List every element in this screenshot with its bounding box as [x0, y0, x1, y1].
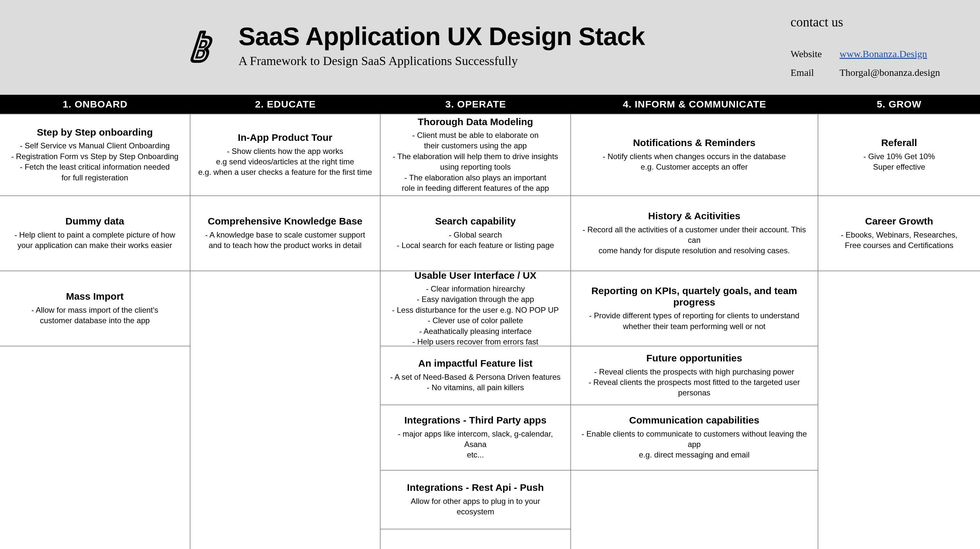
column: Thorough Data Modeling- Client must be a… [380, 115, 571, 549]
contact-email-value: Thorgal@bonanza.design [840, 63, 940, 82]
cell-line: - Allow for mass import of the client's [7, 305, 183, 315]
cell-line: - Easy navigation through the app [388, 294, 563, 305]
column-header: 5. GROW [818, 99, 980, 110]
cell-line: - Reveal clients the prospects most fitt… [578, 377, 810, 398]
header: SaaS Application UX Design Stack A Frame… [0, 0, 980, 95]
column: Referall- Give 10% Get 10%Super effectiv… [818, 115, 980, 549]
cell-title: Thorough Data Modeling [388, 116, 563, 128]
cell-line: - The elaboration will help them to driv… [388, 151, 563, 162]
logo-icon [183, 24, 225, 67]
cell-title: Integrations - Third Party apps [388, 415, 563, 426]
empty-cell [0, 346, 190, 549]
cell-line: Free courses and Certifications [826, 240, 973, 251]
cell-line: e.g send videos/articles at the right ti… [197, 156, 373, 167]
framework-cell: Communication capabilities- Enable clien… [571, 405, 818, 471]
cell-line: using reporting tools [388, 162, 563, 172]
cell-line: and to teach how the product works in de… [197, 240, 373, 251]
cell-line: - Fetch the least critical information n… [7, 162, 183, 172]
cell-title: Dummy data [7, 216, 183, 227]
framework-cell: Integrations - Rest Api - PushAllow for … [380, 471, 570, 529]
cell-line: your application can make their works ea… [7, 240, 183, 251]
cell-line: e.g. Customer accepts an offer [578, 162, 810, 172]
cell-line: their customers using the app [388, 140, 563, 151]
cell-line: - A set of Need-Based & Persona Driven f… [388, 372, 563, 382]
framework-cell: Search capability- Global search- Local … [380, 196, 570, 271]
cell-line: - Clever use of color pallete [388, 315, 563, 326]
framework-cell: An impactful Feature list- A set of Need… [380, 346, 570, 405]
cell-line: - Provide different types of reporting f… [578, 310, 810, 321]
cell-line: - A knowledge base to scale customer sup… [197, 230, 373, 240]
cell-line: - Ebooks, Webinars, Researches, [826, 230, 973, 240]
cell-line: - Clear information hirearchy [388, 284, 563, 294]
framework-cell: Reporting on KPIs, quartely goals, and t… [571, 271, 818, 346]
framework-cell: Step by Step onboarding- Self Service vs… [0, 115, 190, 196]
cell-line: - Enable clients to communicate to custo… [578, 429, 810, 450]
cell-title: Notifications & Reminders [578, 137, 810, 149]
framework-cell: Dummy data- Help client to paint a compl… [0, 196, 190, 271]
cell-line: e.g. when a user checks a feature for th… [197, 167, 373, 177]
framework-grid: Step by Step onboarding- Self Service vs… [0, 114, 980, 549]
framework-cell: Notifications & Reminders- Notify client… [571, 115, 818, 196]
cell-line: - Give 10% Get 10% [826, 151, 973, 162]
framework-cell: Usable User Interface / UX- Clear inform… [380, 271, 570, 346]
cell-line: - Notify clients when changes occurs in … [578, 151, 810, 162]
cell-title: Step by Step onboarding [7, 127, 183, 138]
cell-line: Allow for other apps to plug in to your [388, 496, 563, 506]
framework-cell: History & Acitivities- Record all the ac… [571, 196, 818, 271]
column-header: 4. INFORM & COMMUNICATE [571, 99, 818, 110]
framework-cell: In-App Product Tour- Show clients how th… [191, 115, 380, 196]
framework-cell: Comprehensive Knowledge Base- A knowledg… [191, 196, 380, 271]
cell-line: - The elaboration also plays an importan… [388, 173, 563, 183]
cell-line: - Show clients how the app works [197, 146, 373, 156]
cell-line: etc... [388, 450, 563, 460]
page-title: SaaS Application UX Design Stack [239, 24, 791, 49]
empty-cell [818, 271, 980, 549]
framework-cell: Mass Import- Allow for mass import of th… [0, 271, 190, 346]
cell-title: Integrations - Rest Api - Push [388, 482, 563, 493]
cell-line: whether their team performing well or no… [578, 321, 810, 332]
cell-line: ecosystem [388, 506, 563, 517]
cell-line: e.g. direct messaging and email [578, 450, 810, 460]
framework-cell: Future opportunities- Reveal clients the… [571, 346, 818, 405]
column-headers: 1. ONBOARD2. EDUCATE3. OPERATE4. INFORM … [0, 95, 980, 114]
cell-title: Usable User Interface / UX [388, 270, 563, 282]
cell-title: Reporting on KPIs, quartely goals, and t… [578, 285, 810, 308]
contact-website-link[interactable]: www.Bonanza.Design [840, 45, 927, 63]
framework-cell: Thorough Data Modeling- Client must be a… [380, 115, 570, 196]
cell-line: - major apps like intercom, slack, g-cal… [388, 429, 563, 450]
cell-line: customer database into the app [7, 315, 183, 326]
cell-line: - Local search for each feature or listi… [388, 240, 563, 251]
cell-title: History & Acitivities [578, 210, 810, 222]
cell-title: In-App Product Tour [197, 132, 373, 143]
contact-email-label: Email [791, 63, 840, 82]
contact-website-label: Website [791, 45, 840, 63]
cell-title: Referall [826, 137, 973, 149]
cell-line: - Reveal clients the prospects with high… [578, 367, 810, 377]
contact-section: contact us Website www.Bonanza.Design Em… [791, 10, 960, 82]
column: In-App Product Tour- Show clients how th… [191, 115, 381, 549]
cell-title: Career Growth [826, 216, 973, 227]
cell-title: An impactful Feature list [388, 358, 563, 369]
column-header: 3. OPERATE [380, 99, 571, 110]
cell-line: - Record all the activities of a custome… [578, 224, 810, 246]
cell-line: - Registration Form vs Step by Step Onbo… [7, 151, 183, 162]
cell-title: Search capability [388, 216, 563, 227]
cell-line: for full registeration [7, 173, 183, 183]
cell-title: Future opportunities [578, 353, 810, 364]
column-header: 1. ONBOARD [0, 99, 191, 110]
column: Step by Step onboarding- Self Service vs… [0, 115, 191, 549]
cell-title: Communication capabilities [578, 415, 810, 426]
cell-line: Super effective [826, 162, 973, 172]
empty-cell [191, 271, 380, 549]
cell-line: - Less disturbance for the user e.g. NO … [388, 305, 563, 315]
cell-line: come handy for dispute resolution and re… [578, 245, 810, 256]
cell-title: Mass Import [7, 291, 183, 302]
cell-line: - No vitamins, all pain killers [388, 382, 563, 393]
framework-cell: Career Growth- Ebooks, Webinars, Researc… [818, 196, 980, 271]
column-header: 2. EDUCATE [191, 99, 381, 110]
cell-line: - Help users recover from errors fast [388, 337, 563, 347]
cell-line: - Aeathatically pleasing interface [388, 326, 563, 337]
cell-line: - Help client to paint a complete pictur… [7, 230, 183, 240]
contact-heading: contact us [791, 10, 960, 35]
cell-line: - Client must be able to elaborate on [388, 130, 563, 140]
